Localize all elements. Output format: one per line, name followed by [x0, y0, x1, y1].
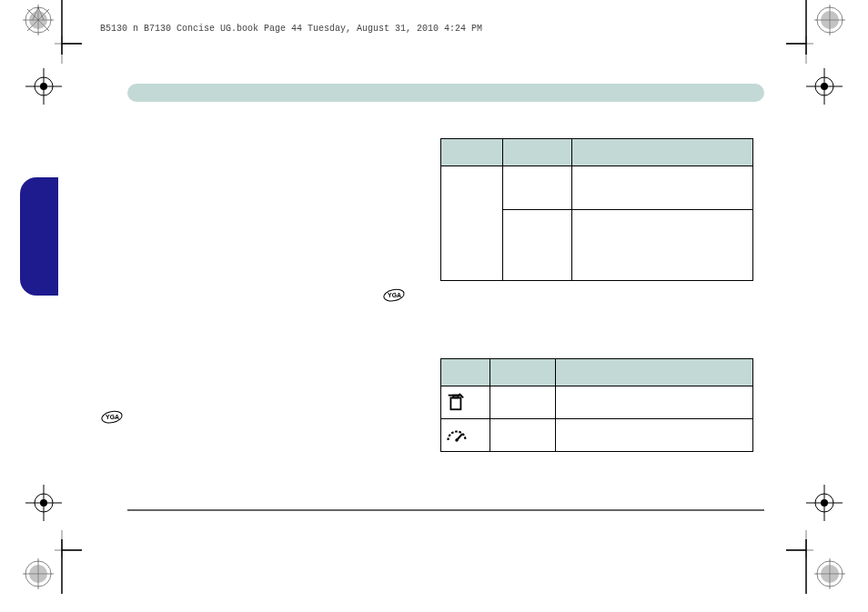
- svg-point-7: [29, 11, 47, 29]
- section-banner: [127, 84, 764, 102]
- side-tab: [20, 177, 58, 296]
- t1-header-3: [571, 139, 752, 166]
- svg-rect-58: [450, 397, 460, 409]
- svg-point-23: [29, 565, 47, 583]
- svg-text:YGA: YGA: [388, 292, 401, 298]
- t1-cell-2-3: [571, 210, 752, 281]
- t2-cell-2-1: [441, 419, 490, 452]
- spec-table-1: YGA: [440, 138, 753, 281]
- t2-cell-1-3: [555, 386, 752, 419]
- t2-cell-2-2: [490, 419, 555, 452]
- t2-cell-1-1: [441, 386, 490, 419]
- svg-point-31: [821, 565, 839, 583]
- t1-cell-1-2: [502, 166, 571, 210]
- vga-icon: YGA: [382, 287, 406, 304]
- t1-header-2: [502, 139, 571, 166]
- page-header-line: B5130 n B7130 Concise UG.book Page 44 Tu…: [100, 24, 482, 34]
- footer-rule: [127, 509, 764, 511]
- t2-header-1: [441, 359, 490, 386]
- registration-mark-tr: [786, 0, 850, 64]
- registration-mark-tl: [18, 0, 82, 64]
- gauge-icon: [445, 427, 469, 442]
- svg-text:YGA: YGA: [106, 414, 119, 420]
- vga-icon: YGA: [100, 409, 124, 426]
- t2-cell-1-2: [490, 386, 555, 419]
- registration-mark-br: [786, 530, 850, 594]
- crosshair-mark: [806, 68, 843, 105]
- t1-cell-1-3: [571, 166, 752, 210]
- crosshair-mark: [25, 68, 62, 105]
- crosshair-mark: [806, 485, 843, 521]
- registration-mark-bl: [18, 530, 82, 594]
- t1-cell-2-2: [502, 210, 571, 281]
- crosshair-mark: [25, 485, 62, 521]
- svg-point-63: [455, 438, 458, 441]
- svg-point-15: [821, 11, 839, 29]
- t2-header-3: [555, 359, 752, 386]
- t1-cell-icon: YGA: [441, 166, 503, 281]
- t2-header-2: [490, 359, 555, 386]
- t1-header-1: [441, 139, 503, 166]
- spec-table-2: [440, 358, 753, 452]
- battery-icon: [445, 392, 465, 412]
- t2-cell-2-3: [555, 419, 752, 452]
